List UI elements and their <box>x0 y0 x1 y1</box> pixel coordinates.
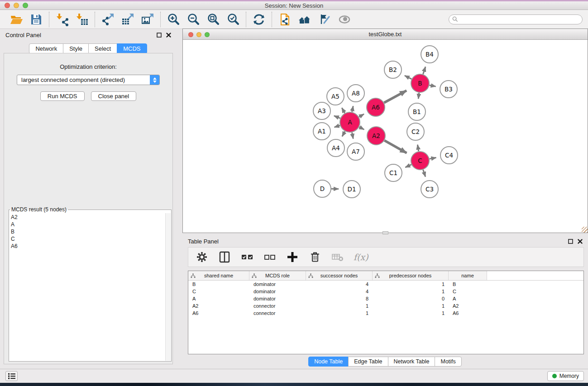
search-field[interactable] <box>449 14 583 24</box>
zoom-selected-icon[interactable] <box>226 13 240 26</box>
network-close-button[interactable] <box>188 32 193 37</box>
delete-table-icon[interactable] <box>331 250 344 264</box>
edge-B-B3[interactable] <box>430 85 436 86</box>
node-C2[interactable]: C2 <box>407 123 424 140</box>
edge-A-A6[interactable] <box>359 114 364 117</box>
table-row[interactable]: Adominator80A <box>188 295 583 302</box>
criterion-dropdown[interactable]: largest connected component (directed) <box>17 75 160 85</box>
float-panel-icon[interactable] <box>568 239 573 244</box>
node-D1[interactable]: D1 <box>343 181 360 198</box>
edge-A-A8[interactable] <box>352 106 354 112</box>
float-panel-icon[interactable] <box>157 33 162 38</box>
zoom-window-button[interactable] <box>23 3 28 8</box>
edge-A-A3[interactable] <box>334 116 340 119</box>
result-scrollbar[interactable] <box>165 213 171 361</box>
edge-A6-B[interactable] <box>384 91 406 103</box>
result-item[interactable]: C <box>11 235 164 243</box>
node-D[interactable]: D <box>314 180 331 197</box>
minimize-window-button[interactable] <box>14 3 19 8</box>
show-columns-icon[interactable] <box>218 250 231 264</box>
close-panel-button[interactable]: Close panel <box>91 91 137 101</box>
node-A8[interactable]: A8 <box>347 85 364 102</box>
column-header-mcds-role[interactable]: MCDS role <box>249 271 306 280</box>
toggle-visibility-icon[interactable] <box>338 13 351 26</box>
edge-B-B4[interactable] <box>423 67 425 74</box>
import-table-icon[interactable] <box>75 13 89 26</box>
clone-network-icon[interactable] <box>278 13 292 26</box>
zoom-fit-icon[interactable] <box>206 13 220 26</box>
node-C1[interactable]: C1 <box>385 164 402 181</box>
node-B2[interactable]: B2 <box>384 61 402 78</box>
node-B1[interactable]: B1 <box>408 103 425 120</box>
export-network-icon[interactable] <box>101 13 115 26</box>
column-header-successor-nodes[interactable]: successor nodes <box>306 271 373 280</box>
edge-B-B1[interactable] <box>418 93 419 99</box>
refresh-icon[interactable] <box>252 13 266 26</box>
edge-C-C1[interactable] <box>405 165 411 167</box>
node-A3[interactable]: A3 <box>313 102 330 119</box>
annotation-mode-icon[interactable] <box>318 13 331 26</box>
save-session-icon[interactable] <box>29 13 43 26</box>
splitter-handle[interactable] <box>382 231 388 234</box>
tab-node-table[interactable]: Node Table <box>308 357 349 367</box>
zoom-out-icon[interactable] <box>186 13 200 26</box>
function-builder-icon[interactable]: f(x) <box>354 252 368 262</box>
node-B4[interactable]: B4 <box>421 46 438 63</box>
zoom-in-icon[interactable] <box>167 13 180 26</box>
edge-A2-C[interactable] <box>384 140 406 153</box>
home-icon[interactable] <box>298 13 311 26</box>
network-zoom-button[interactable] <box>205 32 210 37</box>
column-header-shared-name[interactable]: shared name <box>188 271 249 280</box>
result-item[interactable]: A2 <box>11 214 164 221</box>
table-row[interactable]: A6connector11A6 <box>188 310 583 317</box>
table-row[interactable]: Cdominator41C <box>188 288 583 295</box>
open-session-icon[interactable] <box>10 13 23 26</box>
node-A2[interactable]: A2 <box>367 127 385 145</box>
delete-column-icon[interactable] <box>308 250 322 264</box>
table-row[interactable]: A2connector11A2 <box>188 302 583 310</box>
result-item[interactable]: A <box>11 221 164 228</box>
edge-B-B2[interactable] <box>405 76 411 79</box>
run-mcds-button[interactable]: Run MCDS <box>40 91 85 101</box>
node-C4[interactable]: C4 <box>440 147 458 164</box>
task-history-button[interactable] <box>5 371 18 381</box>
deselect-all-columns-icon[interactable] <box>263 250 277 264</box>
close-panel-icon[interactable] <box>578 239 583 244</box>
close-panel-icon[interactable] <box>166 33 171 38</box>
edge-A-A2[interactable] <box>359 127 364 130</box>
export-table-icon[interactable] <box>121 13 134 26</box>
create-column-icon[interactable] <box>286 250 299 264</box>
node-A[interactable]: A <box>340 112 360 132</box>
node-A7[interactable]: A7 <box>347 143 364 160</box>
tab-network-table[interactable]: Network Table <box>388 357 435 367</box>
tab-edge-table[interactable]: Edge Table <box>348 357 388 367</box>
node-A5[interactable]: A5 <box>327 88 344 105</box>
network-minimize-button[interactable] <box>196 32 201 37</box>
network-window-titlebar[interactable]: testGlobe.txt <box>183 29 588 40</box>
node-B3[interactable]: B3 <box>440 81 457 98</box>
resize-grip[interactable] <box>582 227 588 233</box>
edge-A-A7[interactable] <box>352 133 354 139</box>
network-canvas[interactable]: AA1A2A3A4A5A6A7A8BB1B2B3B4CC1C2C3C4DD1 <box>183 40 588 233</box>
table-row[interactable]: Bdominator41B <box>188 281 583 288</box>
tab-select[interactable]: Select <box>88 43 117 54</box>
search-input[interactable] <box>460 16 579 23</box>
node-C3[interactable]: C3 <box>421 181 438 198</box>
select-all-columns-icon[interactable] <box>240 250 254 264</box>
tab-motifs[interactable]: Motifs <box>435 357 461 367</box>
edge-C-C4[interactable] <box>430 157 436 159</box>
edge-C-C2[interactable] <box>417 145 418 152</box>
node-A1[interactable]: A1 <box>313 123 330 140</box>
tab-mcds[interactable]: MCDS <box>117 43 147 54</box>
import-network-icon[interactable] <box>55 13 69 26</box>
result-item[interactable]: B <box>11 228 164 235</box>
node-B[interactable]: B <box>411 74 429 92</box>
table-settings-gear-icon[interactable] <box>195 250 209 264</box>
close-window-button[interactable] <box>5 3 10 8</box>
column-header-predecessor-nodes[interactable]: predecessor nodes <box>373 271 449 280</box>
edge-C-C3[interactable] <box>423 170 425 177</box>
node-A4[interactable]: A4 <box>327 139 344 157</box>
edge-A-A4[interactable] <box>342 131 345 136</box>
tab-network[interactable]: Network <box>29 43 63 54</box>
column-header-name[interactable]: name <box>449 271 487 280</box>
